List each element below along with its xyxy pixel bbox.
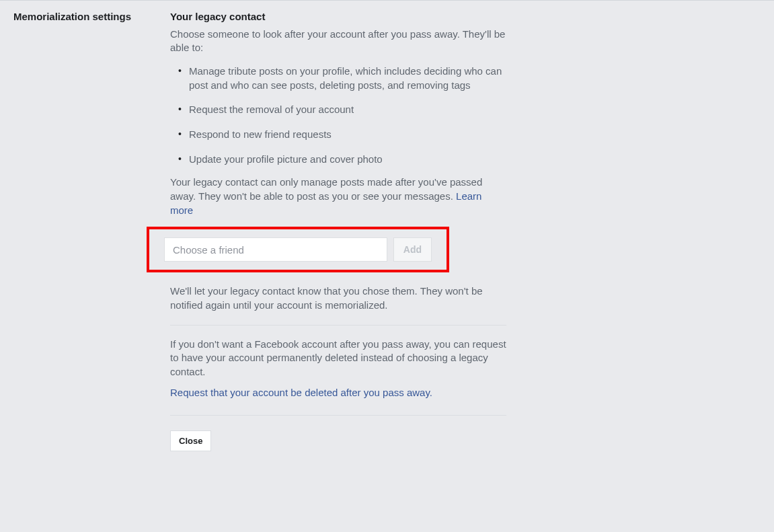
request-delete-link[interactable]: Request that your account be deleted aft… xyxy=(170,386,432,400)
close-button[interactable]: Close xyxy=(170,430,211,451)
divider xyxy=(170,415,506,416)
choose-friend-highlight: Add xyxy=(147,227,449,272)
permission-item: Respond to new friend requests xyxy=(170,128,506,142)
legacy-contact-caveat: Your legacy contact can only manage post… xyxy=(170,176,506,217)
permission-item: Manage tribute posts on your profile, wh… xyxy=(170,65,506,92)
permissions-list: Manage tribute posts on your profile, wh… xyxy=(170,65,506,166)
add-button[interactable]: Add xyxy=(393,237,432,262)
divider xyxy=(170,325,506,326)
notify-text: We'll let your legacy contact know that … xyxy=(170,284,506,312)
permission-item: Request the removal of your account xyxy=(170,103,506,117)
delete-intro: If you don't want a Facebook account aft… xyxy=(170,338,506,379)
permission-item: Update your profile picture and cover ph… xyxy=(170,153,506,167)
choose-friend-input[interactable] xyxy=(164,237,387,262)
legacy-contact-intro: Choose someone to look after your accoun… xyxy=(170,28,506,55)
caveat-text: Your legacy contact can only manage post… xyxy=(170,176,482,202)
legacy-contact-title: Your legacy contact xyxy=(170,10,506,24)
